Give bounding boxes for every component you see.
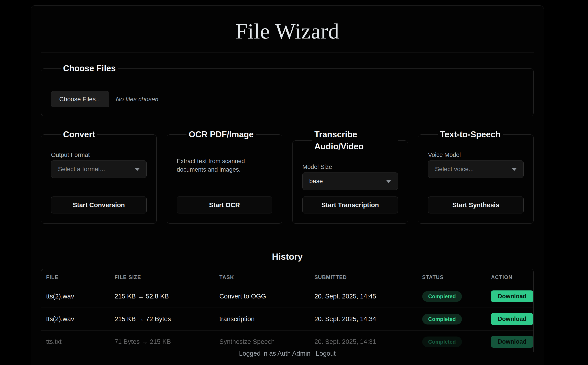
history-heading: History [41,251,534,262]
tts-card: Text-to-Speech Voice Model Select voice.… [418,128,534,224]
logout-link[interactable]: Logout [316,350,336,357]
cell-task: Synthesize Speech [215,330,310,352]
chevron-down-icon [386,180,391,183]
chevron-down-icon [135,168,140,171]
start-ocr-button[interactable]: Start OCR [177,197,272,213]
start-conversion-button[interactable]: Start Conversion [51,197,147,213]
logged-in-text: Logged in as Auth Admin [239,350,311,357]
start-synthesis-button[interactable]: Start Synthesis [428,197,524,213]
choose-files-button[interactable]: Choose Files... [51,91,109,107]
tts-card-body: Voice Model Select voice... Start Synthe… [428,151,524,213]
transcribe-card-body: Model Size base Start Transcription [302,163,398,213]
column-header-status: STATUS [417,269,486,285]
convert-card: Convert Output Format Select a format...… [41,128,157,224]
no-files-chosen-text: No files chosen [116,96,158,103]
output-format-select[interactable]: Select a format... [51,161,147,178]
status-badge: Completed [422,314,462,324]
download-button[interactable]: Download [491,336,533,348]
ocr-description: Extract text from scanned documents and … [177,157,272,174]
tts-card-legend: Text-to-Speech [438,128,503,140]
table-row: tts.txt 71 Bytes → 215 KB Synthesize Spe… [41,330,533,352]
column-header-file: FILE [41,269,110,285]
cell-file: tts(2).wav [41,308,110,330]
footer: Logged in as Auth AdminLogout [41,349,534,358]
transcribe-card-legend: Transcribe Audio/Video [312,128,398,153]
column-header-file-size: FILE SIZE [110,269,215,285]
cell-file-size: 215 KB → 72 Bytes [110,308,215,330]
table-row: tts(2).wav 215 KB → 52.8 KB Convert to O… [41,285,533,308]
start-transcription-button[interactable]: Start Transcription [302,197,398,213]
cell-task: transcription [215,308,310,330]
cell-submitted: 20. Sept. 2025, 14:31 [310,330,417,352]
voice-model-select[interactable]: Select voice... [428,161,524,178]
ocr-card-legend: OCR PDF/Image [187,128,256,140]
convert-card-body: Output Format Select a format... Start C… [51,151,147,213]
status-badge: Completed [422,291,462,302]
cell-submitted: 20. Sept. 2025, 14:34 [310,308,417,330]
column-header-submitted: SUBMITTED [310,269,417,285]
choose-files-section: Choose Files Choose Files... No files ch… [41,62,534,116]
page-title: File Wizard [41,19,534,44]
cell-file: tts(2).wav [41,285,110,308]
history-table-container: FILE FILE SIZE TASK SUBMITTED STATUS ACT… [41,269,534,352]
output-format-select-value: Select a format... [58,166,105,173]
choose-files-legend: Choose Files [61,62,118,74]
column-header-task: TASK [215,269,310,285]
output-format-label: Output Format [51,151,147,159]
ocr-card: OCR PDF/Image Extract text from scanned … [167,128,282,224]
cell-file: tts.txt [41,330,110,352]
ocr-card-body: Extract text from scanned documents and … [177,151,272,213]
convert-card-legend: Convert [61,128,97,140]
cell-task: Convert to OGG [215,285,310,308]
voice-model-select-value: Select voice... [435,166,474,173]
cell-file-size: 71 Bytes → 215 KB [110,330,215,352]
chevron-down-icon [512,168,517,171]
transcribe-card: Transcribe Audio/Video Model Size base S… [292,128,408,224]
task-cards: Convert Output Format Select a format...… [41,128,534,224]
column-header-action: ACTION [486,269,533,285]
main-container: File Wizard Choose Files Choose Files...… [31,5,544,365]
table-row: tts(2).wav 215 KB → 72 Bytes transcripti… [41,308,533,330]
table-header-row: FILE FILE SIZE TASK SUBMITTED STATUS ACT… [41,269,533,285]
history-table: FILE FILE SIZE TASK SUBMITTED STATUS ACT… [41,269,533,352]
voice-model-label: Voice Model [428,151,524,159]
title-divider [41,53,534,53]
cell-submitted: 20. Sept. 2025, 14:45 [310,285,417,308]
history-divider [41,237,534,237]
download-button[interactable]: Download [491,290,533,302]
cell-file-size: 215 KB → 52.8 KB [110,285,215,308]
choose-files-row: Choose Files... No files chosen [51,91,524,107]
status-badge: Completed [422,337,462,347]
model-size-select[interactable]: base [302,173,398,190]
model-size-select-value: base [309,178,323,185]
model-size-label: Model Size [302,163,398,171]
download-button[interactable]: Download [491,313,533,325]
